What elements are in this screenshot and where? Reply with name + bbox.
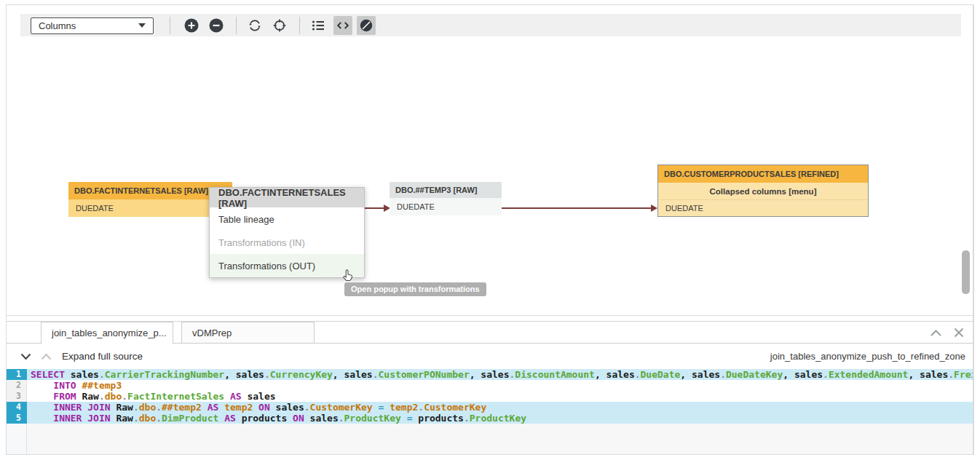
lineage-edge xyxy=(365,207,384,209)
source-script-name: join_tables_anonymize_push_to_refined_zo… xyxy=(770,351,965,362)
editor-tabs-row: join_tables_anonymize_p... vDMPrep xyxy=(7,322,973,344)
context-menu-title: DBO.FACTINTERNETSALES [RAW] xyxy=(210,188,364,207)
bottom-panel: join_tables_anonymize_p... vDMPrep xyxy=(7,321,973,454)
close-panel-button[interactable] xyxy=(952,326,965,339)
tab-vdmprep[interactable]: vDMPrep xyxy=(181,322,315,344)
tab-join-tables-anonymize[interactable]: join_tables_anonymize_p... xyxy=(41,322,173,344)
gutter-empty xyxy=(7,424,27,454)
source-controls-row: Expand full source join_tables_anonymize… xyxy=(7,344,973,369)
sql-line[interactable]: 5 INNER JOIN Raw.dbo.DimProduct AS produ… xyxy=(7,413,973,424)
vertical-scrollbar-thumb[interactable] xyxy=(962,250,970,294)
columns-dropdown[interactable]: Columns xyxy=(31,17,154,34)
table-node-customerproductsales[interactable]: DBO.CUSTOMERPRODUCTSALES [REFINED] Colla… xyxy=(657,164,869,217)
node-context-menu: DBO.FACTINTERNETSALES [RAW] Table lineag… xyxy=(209,187,365,278)
collapse-panel-button[interactable] xyxy=(929,326,942,339)
fit-to-view-button[interactable] xyxy=(270,16,289,35)
expand-full-source-link[interactable]: Expand full source xyxy=(62,351,143,362)
zoom-in-button[interactable] xyxy=(182,16,201,35)
line-number[interactable]: 5 xyxy=(7,413,27,424)
line-number[interactable]: 1 xyxy=(7,369,27,380)
toolbar-separator xyxy=(170,17,170,34)
lineage-edge xyxy=(502,207,652,209)
lineage-app: Columns xyxy=(0,0,980,460)
sql-code: SELECT sales.CarrierTrackingNumber, sale… xyxy=(27,369,973,380)
hand-cursor-icon xyxy=(340,268,356,287)
table-node-header[interactable]: DBO.##TEMP3 [RAW] xyxy=(390,182,502,198)
code-icon xyxy=(336,18,350,33)
edge-arrowhead xyxy=(651,205,657,212)
plus-circle-icon xyxy=(183,17,199,33)
zoom-out-button[interactable] xyxy=(207,16,226,35)
diagram-toolbar: Columns xyxy=(20,14,961,37)
line-number[interactable]: 4 xyxy=(7,402,27,413)
lineage-canvas[interactable]: DBO.FACTINTERNETSALES [RAW] DUEDATE DBO.… xyxy=(7,36,973,316)
circle-slash-icon xyxy=(359,18,374,33)
line-number[interactable]: 3 xyxy=(7,391,27,402)
list-view-button[interactable] xyxy=(309,16,328,35)
sql-code: INTO ##temp3 xyxy=(27,380,973,391)
step-up-button[interactable] xyxy=(39,351,53,362)
reset-view-button[interactable] xyxy=(245,16,264,35)
sql-code: INNER JOIN Raw.dbo.##temp2 AS temp2 ON s… xyxy=(27,402,973,413)
minus-circle-icon xyxy=(208,17,224,33)
collapsed-columns-menu[interactable]: Collapsed columns [menu] xyxy=(658,183,868,199)
table-node-temp3[interactable]: DBO.##TEMP3 [RAW] DUEDATE xyxy=(390,182,502,215)
columns-dropdown-value: Columns xyxy=(39,20,76,31)
sql-source-viewer: 1SELECT sales.CarrierTrackingNumber, sal… xyxy=(7,369,973,454)
close-icon xyxy=(954,328,964,338)
column-row-duedate[interactable]: DUEDATE xyxy=(68,199,232,217)
step-down-button[interactable] xyxy=(18,351,33,362)
editor-empty-area xyxy=(7,424,973,454)
sql-lines: 1SELECT sales.CarrierTrackingNumber, sal… xyxy=(7,369,973,424)
menu-item-table-lineage[interactable]: Table lineage xyxy=(210,207,364,231)
table-node-factinternetsales[interactable]: DBO.FACTINTERNETSALES [RAW] DUEDATE xyxy=(68,182,232,217)
code-view-button[interactable] xyxy=(333,16,352,35)
app-frame: Columns xyxy=(6,4,974,455)
sql-code: FROM Raw.dbo.FactInternetSales AS sales xyxy=(27,391,973,402)
refresh-icon xyxy=(247,17,263,33)
sql-line[interactable]: 3 FROM Raw.dbo.FactInternetSales AS sale… xyxy=(7,391,973,402)
line-number[interactable]: 2 xyxy=(7,380,27,391)
target-icon xyxy=(272,17,288,33)
chevron-up-icon xyxy=(930,329,942,337)
table-node-header[interactable]: DBO.FACTINTERNETSALES [RAW] xyxy=(68,182,232,199)
code-empty xyxy=(27,424,973,454)
toolbar-separator xyxy=(236,17,237,34)
toolbar-separator xyxy=(299,17,300,34)
menu-item-transformations-in: Transformations (IN) xyxy=(210,231,364,254)
column-row-duedate[interactable]: DUEDATE xyxy=(658,199,868,216)
chevron-down-icon xyxy=(20,353,31,360)
chevron-down-icon xyxy=(138,23,146,28)
table-node-header[interactable]: DBO.CUSTOMERPRODUCTSALES [REFINED] xyxy=(658,165,868,183)
contrast-toggle-button[interactable] xyxy=(357,16,376,35)
sql-line[interactable]: 2 INTO ##temp3 xyxy=(7,380,973,391)
sql-line[interactable]: 4 INNER JOIN Raw.dbo.##temp2 AS temp2 ON… xyxy=(7,402,973,413)
tooltip: Open popup with transformations xyxy=(344,282,486,296)
list-icon xyxy=(310,17,326,33)
sql-line[interactable]: 1SELECT sales.CarrierTrackingNumber, sal… xyxy=(7,369,973,380)
column-row-duedate[interactable]: DUEDATE xyxy=(390,198,502,215)
chevron-up-icon xyxy=(41,353,52,360)
sql-code: INNER JOIN Raw.dbo.DimProduct AS product… xyxy=(27,413,973,424)
